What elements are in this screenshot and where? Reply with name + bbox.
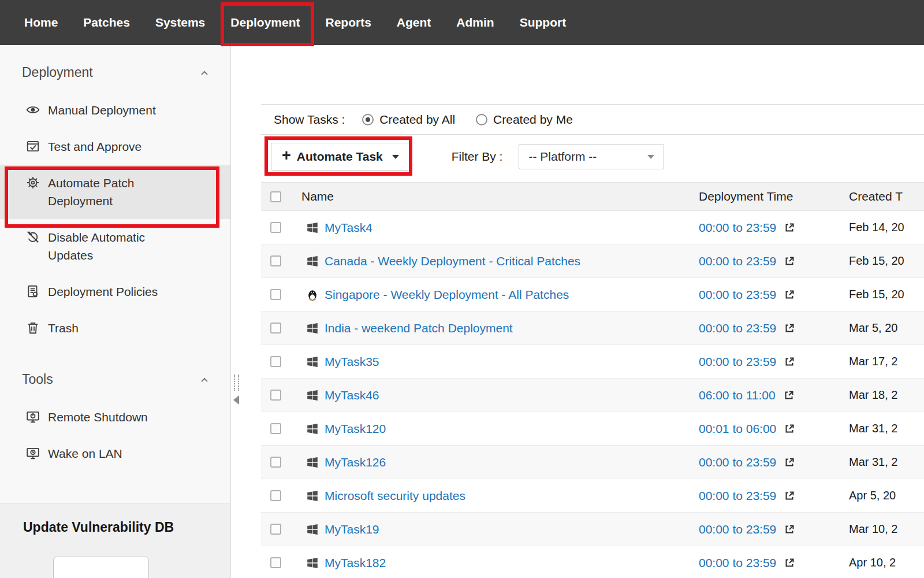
pane-splitter[interactable] bbox=[230, 375, 242, 413]
external-link-icon[interactable] bbox=[784, 457, 795, 468]
radio-created-by-all[interactable]: Created by All bbox=[362, 113, 455, 127]
task-name-link[interactable]: MyTask120 bbox=[325, 422, 386, 436]
external-link-icon[interactable] bbox=[784, 524, 795, 535]
deployment-time-link[interactable]: 00:00 to 23:59 bbox=[699, 355, 776, 369]
deployment-time-link[interactable]: 00:00 to 23:59 bbox=[699, 288, 776, 302]
sidebar-item-remote-shutdown[interactable]: Remote Shutdown bbox=[0, 399, 230, 435]
nav-item-support[interactable]: Support bbox=[520, 16, 566, 29]
os-icon bbox=[306, 221, 319, 234]
gear-icon bbox=[26, 176, 40, 190]
nav-item-admin[interactable]: Admin bbox=[456, 16, 494, 29]
task-name-link[interactable]: Microsoft security updates bbox=[325, 489, 465, 503]
table-row: Microsoft security updates 00:00 to 23:5… bbox=[261, 479, 924, 513]
os-icon bbox=[306, 490, 319, 502]
nav-item-agent[interactable]: Agent bbox=[397, 16, 431, 29]
task-name-link[interactable]: MyTask182 bbox=[325, 556, 386, 570]
chevron-down-icon bbox=[392, 155, 399, 159]
table-row: Singapore - Weekly Deployment - All Patc… bbox=[261, 278, 924, 312]
created-time: Mar 10, 2 bbox=[849, 523, 897, 535]
monitor-power-icon bbox=[26, 410, 40, 424]
task-name-link[interactable]: MyTask19 bbox=[325, 523, 379, 536]
task-name-link[interactable]: India - weekend Patch Deployment bbox=[325, 321, 513, 335]
os-icon bbox=[306, 523, 319, 536]
sidebar-item-deployment-policies[interactable]: Deployment Policies bbox=[0, 273, 230, 310]
update-db-button[interactable] bbox=[53, 557, 149, 578]
table-header: Name Deployment Time Created T bbox=[261, 182, 924, 211]
sidebar: Deployment Manual Deployment Test and Ap… bbox=[0, 45, 231, 578]
radio-icon[interactable] bbox=[476, 114, 487, 125]
deployment-time-link[interactable]: 00:00 to 23:59 bbox=[699, 556, 776, 570]
table-row: India - weekend Patch Deployment 00:00 t… bbox=[261, 312, 924, 345]
external-link-icon[interactable] bbox=[784, 256, 795, 266]
nav-item-home[interactable]: Home bbox=[24, 16, 58, 29]
platform-dropdown-value: -- Platform -- bbox=[528, 150, 597, 164]
table-row: MyTask182 00:00 to 23:59 Apr 10, 2 bbox=[261, 546, 924, 578]
task-name-link[interactable]: MyTask46 bbox=[325, 388, 379, 402]
external-link-icon[interactable] bbox=[784, 424, 795, 434]
external-link-icon[interactable] bbox=[784, 323, 795, 334]
row-checkbox[interactable] bbox=[270, 356, 281, 367]
task-name-link[interactable]: MyTask4 bbox=[325, 221, 372, 235]
sidebar-item-disable-automatic-updates[interactable]: Disable Automatic Updates bbox=[0, 219, 230, 273]
column-header-deployment-time[interactable]: Deployment Time bbox=[699, 190, 793, 203]
show-tasks-label: Show Tasks : bbox=[274, 113, 345, 127]
row-checkbox[interactable] bbox=[270, 490, 281, 501]
row-checkbox[interactable] bbox=[270, 323, 281, 334]
platform-dropdown[interactable]: -- Platform -- bbox=[519, 144, 664, 169]
task-name-link[interactable]: MyTask126 bbox=[325, 455, 386, 469]
sidebar-item-manual-deployment[interactable]: Manual Deployment bbox=[0, 92, 230, 128]
deployment-time-link[interactable]: 00:00 to 23:59 bbox=[699, 489, 776, 503]
task-name-link[interactable]: MyTask35 bbox=[325, 355, 379, 369]
row-checkbox[interactable] bbox=[270, 222, 281, 233]
sidebar-item-wake-on-lan[interactable]: Wake on LAN bbox=[0, 435, 230, 472]
sidebar-item-trash[interactable]: Trash bbox=[0, 310, 230, 346]
nav-item-patches[interactable]: Patches bbox=[83, 16, 130, 29]
created-time: Apr 5, 20 bbox=[849, 489, 896, 502]
column-header-name[interactable]: Name bbox=[301, 190, 334, 203]
collapse-left-arrow-icon[interactable] bbox=[233, 395, 239, 405]
update-vulnerability-db-label: Update Vulnerability DB bbox=[23, 520, 207, 535]
sidebar-section-tools[interactable]: Tools bbox=[0, 346, 230, 391]
deployment-time-link[interactable]: 06:00 to 11:00 bbox=[699, 388, 776, 402]
select-all-checkbox[interactable] bbox=[270, 191, 281, 202]
row-checkbox[interactable] bbox=[270, 390, 281, 401]
row-checkbox[interactable] bbox=[270, 457, 281, 468]
external-link-icon[interactable] bbox=[784, 290, 795, 300]
external-link-icon[interactable] bbox=[784, 223, 795, 233]
sidebar-item-label: Wake on LAN bbox=[48, 444, 122, 462]
sidebar-item-label: Disable Automatic Updates bbox=[48, 228, 184, 264]
row-checkbox[interactable] bbox=[270, 524, 281, 535]
deployment-time-link[interactable]: 00:00 to 23:59 bbox=[699, 321, 776, 335]
external-link-icon[interactable] bbox=[784, 558, 795, 568]
radio-created-by-me[interactable]: Created by Me bbox=[476, 113, 573, 127]
automate-task-button[interactable]: + Automate Task bbox=[271, 143, 410, 171]
deployment-time-link[interactable]: 00:00 to 23:59 bbox=[699, 254, 776, 268]
external-link-icon[interactable] bbox=[784, 357, 795, 367]
sidebar-section-deployment[interactable]: Deployment bbox=[0, 45, 230, 84]
row-checkbox[interactable] bbox=[270, 557, 281, 568]
deployment-time-link[interactable]: 00:00 to 23:59 bbox=[699, 455, 776, 469]
sidebar-item-automate-patch-deployment[interactable]: Automate Patch Deployment bbox=[0, 165, 230, 219]
external-link-icon[interactable] bbox=[784, 390, 794, 401]
table-row: MyTask35 00:00 to 23:59 Mar 17, 2 bbox=[261, 345, 924, 379]
deployment-time-link[interactable]: 00:01 to 06:00 bbox=[699, 422, 776, 436]
external-link-icon[interactable] bbox=[784, 491, 795, 501]
nav-item-deployment[interactable]: Deployment bbox=[230, 16, 300, 29]
deployment-time-link[interactable]: 00:00 to 23:59 bbox=[699, 523, 776, 536]
created-time: Mar 31, 2 bbox=[849, 422, 897, 435]
task-name-link[interactable]: Singapore - Weekly Deployment - All Patc… bbox=[325, 288, 569, 302]
row-checkbox[interactable] bbox=[270, 289, 281, 300]
row-checkbox[interactable] bbox=[270, 423, 281, 434]
radio-icon[interactable] bbox=[362, 114, 374, 125]
sidebar-item-test-and-approve[interactable]: Test and Approve bbox=[0, 128, 230, 165]
disable-updates-icon bbox=[26, 230, 40, 244]
nav-item-reports[interactable]: Reports bbox=[325, 16, 371, 29]
task-name-link[interactable]: Canada - Weekly Deployment - Critical Pa… bbox=[325, 254, 580, 268]
row-checkbox[interactable] bbox=[270, 255, 281, 266]
table-row: MyTask120 00:01 to 06:00 Mar 31, 2 bbox=[261, 412, 924, 446]
os-icon bbox=[306, 288, 319, 301]
nav-item-systems[interactable]: Systems bbox=[155, 16, 205, 29]
deployment-time-link[interactable]: 00:00 to 23:59 bbox=[699, 221, 776, 235]
eye-icon bbox=[26, 103, 40, 117]
column-header-created-time[interactable]: Created T bbox=[849, 190, 903, 203]
